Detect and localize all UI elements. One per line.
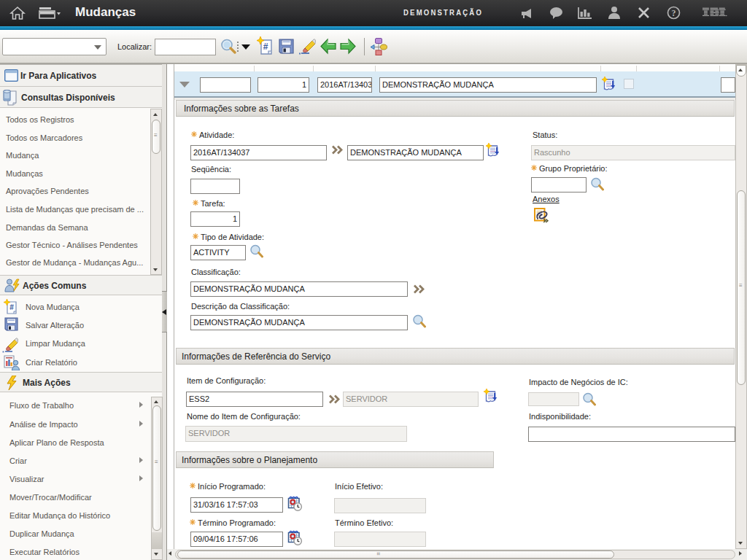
svg-text:?: ? <box>672 8 676 18</box>
svg-text:#: # <box>9 303 14 311</box>
svg-text:#: # <box>263 42 268 52</box>
